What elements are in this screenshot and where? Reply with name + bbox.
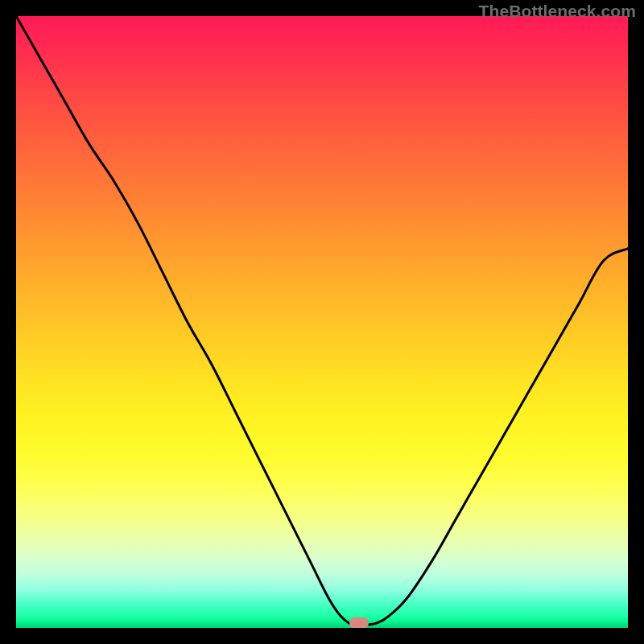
plot-area <box>16 16 628 628</box>
optimum-marker <box>349 617 369 628</box>
bottleneck-curve <box>16 16 628 628</box>
watermark-text: TheBottleneck.com <box>479 2 636 21</box>
chart-container: TheBottleneck.com <box>0 0 644 644</box>
